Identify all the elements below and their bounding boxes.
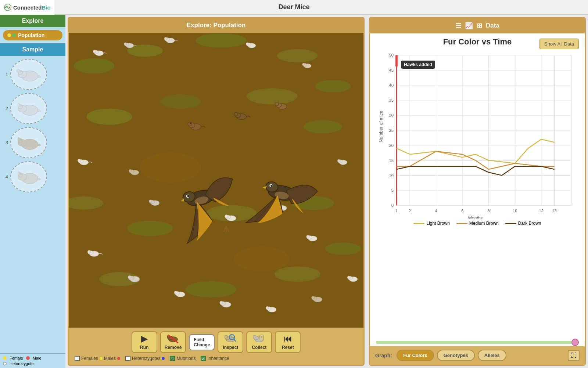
svg-point-91: [188, 122, 192, 126]
run-button[interactable]: ▶ Run: [132, 331, 157, 353]
chart-container: Hawks added Number of mice: [376, 50, 579, 219]
svg-text:40: 40: [389, 83, 394, 87]
heterozygotes-checkbox[interactable]: [125, 356, 130, 361]
app-logo: ConnectedBio: [0, 0, 54, 15]
legend-light-brown: Light Brown: [413, 221, 449, 226]
reset-button[interactable]: ⏮ Reset: [275, 331, 301, 353]
svg-point-39: [186, 281, 236, 297]
mutations-option: ✓ Mutations: [170, 356, 196, 361]
svg-point-1: [5, 7, 7, 8]
svg-point-101: [225, 215, 228, 218]
svg-text:2: 2: [409, 209, 411, 213]
chart-icon[interactable]: 📈: [465, 22, 473, 30]
svg-point-88: [347, 276, 350, 279]
sample-list: 1 2: [0, 56, 65, 353]
collect-button[interactable]: Collect: [246, 331, 272, 353]
svg-point-95: [234, 112, 238, 116]
slider-thumb[interactable]: [571, 339, 579, 346]
population-button[interactable]: Population: [3, 30, 62, 40]
graph-label: Graph:: [375, 353, 392, 358]
svg-text:20: 20: [389, 143, 394, 148]
svg-point-13: [18, 103, 20, 107]
list-item: 3: [0, 126, 65, 160]
svg-point-130: [225, 335, 227, 338]
svg-point-79: [220, 301, 223, 304]
svg-point-98: [275, 102, 279, 106]
svg-point-46: [93, 50, 96, 53]
svg-point-85: [312, 296, 315, 299]
svg-text:10: 10: [389, 173, 394, 178]
svg-point-55: [246, 43, 249, 45]
inheritance-checkbox[interactable]: ✓: [201, 356, 206, 361]
svg-point-70: [88, 250, 91, 253]
svg-point-64: [129, 169, 132, 172]
svg-point-17: [20, 139, 22, 141]
svg-text:1: 1: [395, 209, 398, 213]
sidebar-legend: Female Male Heterozygote: [0, 353, 65, 368]
svg-point-35: [127, 221, 173, 236]
list-item: 1: [0, 57, 65, 91]
svg-point-23: [18, 172, 20, 175]
table-icon[interactable]: ⊞: [477, 22, 482, 30]
svg-point-28: [277, 49, 318, 62]
svg-point-42: [140, 152, 201, 183]
svg-point-27: [196, 33, 247, 48]
svg-text:25: 25: [389, 128, 394, 133]
sample-slot-1[interactable]: [10, 59, 47, 90]
svg-point-12: [20, 105, 22, 107]
svg-point-8: [17, 69, 18, 72]
chart-legend: Light Brown Medium Brown Dark Brown: [376, 219, 579, 228]
svg-point-25: [74, 58, 115, 73]
svg-text:4: 4: [435, 209, 437, 213]
slider-row: [370, 339, 585, 346]
females-males-option: Females Males: [75, 356, 120, 361]
svg-text:50: 50: [389, 53, 394, 57]
svg-point-32: [247, 88, 297, 104]
center-header: Explore: Population: [69, 18, 363, 33]
genotypes-button[interactable]: Genotypes: [437, 350, 475, 361]
remove-button[interactable]: Remove: [160, 331, 186, 353]
alleles-button[interactable]: Alleles: [478, 350, 506, 361]
svg-point-136: [253, 335, 256, 338]
svg-point-6: [20, 71, 22, 72]
explore-button[interactable]: Explore: [0, 15, 65, 27]
svg-point-67: [337, 159, 340, 162]
sidebar: Explore Population Sample 1: [0, 15, 65, 368]
sample-slot-4[interactable]: [10, 161, 47, 192]
right-header: ☰ 📈 ⊞ Data: [370, 18, 585, 33]
fur-colors-button[interactable]: Fur Colors: [397, 350, 434, 361]
svg-text:6: 6: [461, 209, 463, 213]
field-change-button[interactable]: Field Change: [189, 334, 215, 350]
svg-point-30: [86, 109, 132, 125]
svg-point-41: [325, 243, 361, 255]
svg-point-61: [78, 159, 81, 162]
right-panel: ☰ 📈 ⊞ Data Fur Color vs Time Show All Da…: [369, 17, 586, 366]
inheritance-option: ✓ Inheritance: [201, 356, 229, 361]
bottom-controls: Graph: Fur Colors Genotypes Alleles ⛶: [370, 346, 585, 365]
svg-point-92: [190, 122, 191, 124]
list-icon[interactable]: ☰: [455, 22, 461, 30]
svg-point-29: [315, 80, 351, 92]
inspect-button[interactable]: Inspect: [218, 331, 243, 353]
sample-slot-3[interactable]: [10, 127, 47, 158]
expand-button[interactable]: ⛶: [568, 350, 580, 361]
svg-point-73: [128, 275, 131, 279]
page-title: Deer Mice: [278, 3, 309, 11]
svg-point-76: [174, 291, 177, 294]
svg-text:15: 15: [389, 158, 394, 163]
legend-medium-brown: Medium Brown: [456, 221, 499, 226]
svg-point-31: [160, 94, 201, 109]
svg-text:12: 12: [539, 209, 544, 213]
field-canvas: [69, 33, 363, 328]
y-axis-label: Number of mice: [379, 111, 384, 142]
females-checkbox[interactable]: [75, 356, 80, 361]
timeline-slider[interactable]: [376, 341, 579, 344]
sample-slot-2[interactable]: [10, 93, 47, 124]
svg-text:0: 0: [391, 203, 394, 208]
mutations-checkbox[interactable]: ✓: [170, 356, 175, 361]
svg-point-33: [304, 120, 342, 133]
svg-text:10: 10: [513, 209, 517, 213]
svg-text:13: 13: [552, 209, 557, 213]
svg-point-107: [149, 200, 152, 203]
show-all-data-button[interactable]: Show All Data: [539, 39, 579, 49]
